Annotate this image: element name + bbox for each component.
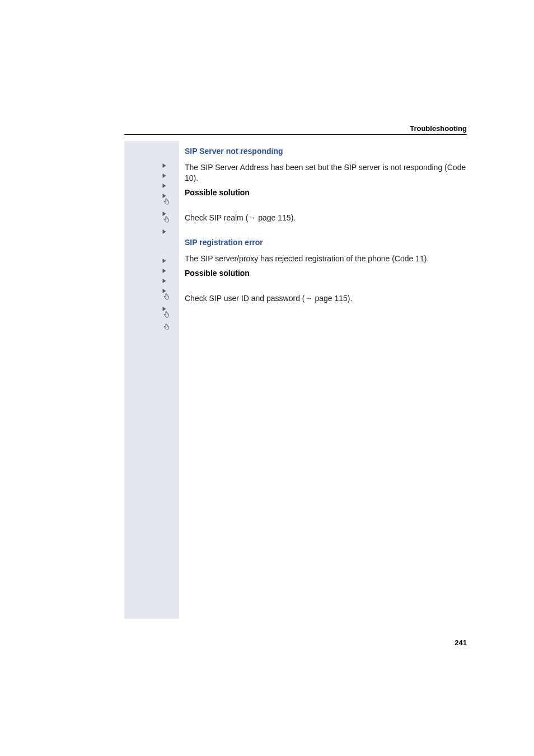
combo-icon: [163, 289, 175, 301]
header-rule: [124, 134, 467, 135]
hand-pointer-icon: [163, 216, 170, 224]
combo-icon: [163, 194, 175, 206]
bullet-triangle-icon: [163, 184, 166, 188]
combo-icon: [163, 307, 175, 319]
bullet-triangle-icon: [163, 269, 166, 273]
bullet-triangle-icon: [163, 307, 166, 311]
hand-pointer-icon: [163, 323, 170, 331]
solution-prefix: Check SIP realm (: [185, 213, 248, 222]
solution-text: Check SIP user ID and password (→ page 1…: [185, 293, 467, 304]
arrow-icon: →: [248, 213, 256, 222]
arrow-icon: →: [305, 294, 313, 303]
description-text: The SIP server/proxy has rejected regist…: [185, 253, 467, 264]
page-number: 241: [455, 638, 467, 647]
bullet-triangle-icon: [163, 229, 166, 234]
section-heading: SIP registration error: [185, 238, 467, 247]
solution-label: Possible solution: [185, 269, 467, 278]
solution-prefix: Check SIP user ID and password (: [185, 294, 305, 303]
bullet-triangle-icon: [163, 259, 166, 263]
hand-pointer-icon: [163, 293, 170, 301]
margin-icon-column: [163, 158, 175, 337]
bullet-triangle-icon: [163, 163, 166, 168]
hand-pointer-icon: [163, 198, 170, 206]
page-header: Troubleshooting: [410, 124, 467, 133]
page-reference: page 115).: [313, 294, 353, 303]
combo-icon: [163, 212, 175, 224]
section-heading: SIP Server not responding: [185, 147, 467, 156]
bullet-triangle-icon: [163, 212, 166, 216]
solution-label: Possible solution: [185, 188, 467, 197]
description-text: The SIP Server Address has been set but …: [185, 162, 467, 184]
bullet-triangle-icon: [163, 279, 166, 283]
bullet-triangle-icon: [163, 173, 166, 178]
bullet-triangle-icon: [163, 289, 166, 293]
page-reference: page 115).: [256, 213, 296, 222]
hand-pointer-icon: [163, 311, 170, 319]
bullet-triangle-icon: [163, 194, 166, 198]
main-content: SIP Server not responding The SIP Server…: [185, 141, 467, 308]
solution-text: Check SIP realm (→ page 115).: [185, 213, 467, 223]
